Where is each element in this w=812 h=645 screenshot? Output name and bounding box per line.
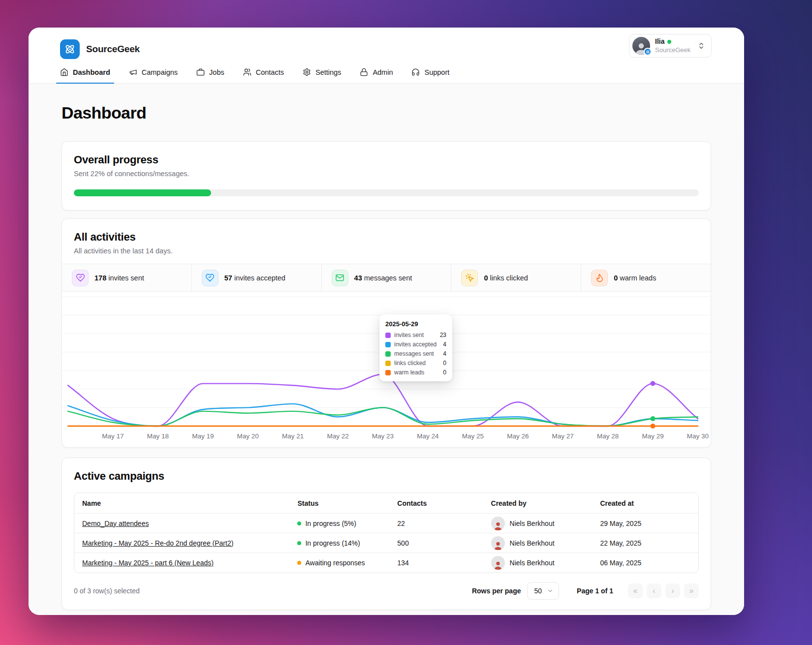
- tooltip-row: warm leads0: [385, 369, 446, 376]
- series-label: invites sent: [394, 332, 424, 338]
- svg-text:May 17: May 17: [102, 432, 124, 440]
- user-menu[interactable]: Ilia SourceGeek: [629, 34, 712, 58]
- creator-avatar: [491, 517, 505, 530]
- status-text: Awaiting responses: [305, 559, 365, 567]
- tab-label: Dashboard: [73, 68, 110, 76]
- tooltip-date: 2025-05-29: [385, 320, 446, 328]
- series-label: warm leads: [394, 369, 424, 376]
- last-page-button[interactable]: »: [684, 584, 699, 598]
- first-page-button[interactable]: «: [628, 584, 643, 598]
- tooltip-row: messages sent4: [385, 350, 446, 357]
- user-avatar: [632, 37, 650, 55]
- prev-page-button[interactable]: ‹: [647, 584, 661, 598]
- status-text: In progress (5%): [305, 520, 356, 527]
- page-status: Page 1 of 1: [577, 587, 613, 595]
- pagination: « ‹ › »: [628, 584, 699, 598]
- rows-per-page-select[interactable]: 50: [527, 582, 560, 600]
- series-swatch: [385, 333, 391, 338]
- headset-icon: [411, 68, 420, 76]
- tab-jobs[interactable]: Jobs: [196, 68, 224, 83]
- campaign-link[interactable]: Demo_Day attendees: [82, 520, 149, 527]
- activity-stats-row: 178invites sent 57invites accepted 43mes…: [62, 264, 711, 292]
- contacts-count: 22: [389, 520, 483, 527]
- stat-value: 57: [224, 274, 232, 282]
- series-value: 0: [443, 369, 446, 376]
- stat-label: links clicked: [490, 274, 528, 282]
- pointer-click-icon: [461, 270, 478, 286]
- chevrons-up-down-icon: [697, 42, 705, 50]
- series-value: 4: [443, 341, 446, 348]
- tab-campaigns[interactable]: Campaigns: [129, 68, 178, 83]
- creator-avatar: [491, 556, 505, 570]
- svg-text:May 23: May 23: [372, 432, 394, 440]
- stat-invites-sent: 178invites sent: [62, 264, 192, 291]
- tab-settings[interactable]: Settings: [303, 68, 341, 83]
- gear-icon: [303, 68, 311, 76]
- column-header-created-by: Created by: [483, 499, 593, 507]
- tooltip-row: links clicked0: [385, 360, 446, 367]
- series-swatch: [385, 370, 391, 375]
- mail-check-icon: [332, 270, 348, 286]
- svg-text:May 22: May 22: [327, 432, 348, 440]
- tab-contacts[interactable]: Contacts: [243, 68, 284, 83]
- page-title: Dashboard: [62, 103, 711, 123]
- svg-text:May 28: May 28: [597, 432, 619, 440]
- invite-heart-icon: [72, 270, 89, 286]
- campaign-link[interactable]: Marketing - May 2025 - Re-do 2nd degree …: [82, 539, 233, 547]
- table-row[interactable]: Marketing - May 2025 - part 6 (New Leads…: [74, 553, 698, 573]
- tab-label: Support: [424, 68, 449, 76]
- all-activities-card: All activities All activities in the las…: [62, 218, 711, 448]
- series-swatch: [385, 351, 391, 357]
- tab-label: Admin: [373, 68, 393, 76]
- stat-warm-leads: 0warm leads: [581, 264, 711, 291]
- series-value: 23: [440, 332, 446, 338]
- table-row[interactable]: Marketing - May 2025 - Re-do 2nd degree …: [74, 533, 698, 553]
- series-label: messages sent: [394, 350, 434, 357]
- tab-support[interactable]: Support: [411, 68, 449, 83]
- column-header-created-at: Created at: [592, 499, 698, 507]
- brand: SourceGeek: [60, 36, 713, 62]
- online-status-dot: [667, 40, 671, 44]
- main-nav: Dashboard Campaigns Jobs Contacts Settin…: [60, 68, 713, 83]
- contacts-count: 134: [389, 559, 483, 567]
- status-text: In progress (14%): [305, 539, 360, 547]
- series-label: links clicked: [394, 360, 426, 367]
- stat-label: warm leads: [620, 274, 656, 282]
- user-name: Ilia: [655, 37, 664, 45]
- invite-accepted-heart-icon: [202, 270, 219, 286]
- stat-label: messages sent: [364, 274, 412, 282]
- lock-icon: [360, 68, 368, 76]
- active-campaigns-card: Active campaigns Name Status Contacts Cr…: [62, 458, 711, 610]
- tab-admin[interactable]: Admin: [360, 68, 393, 83]
- stat-links-clicked: 0links clicked: [451, 264, 581, 291]
- stat-value: 43: [354, 274, 362, 282]
- stat-value: 0: [484, 274, 488, 282]
- tab-dashboard[interactable]: Dashboard: [60, 68, 110, 83]
- svg-text:May 27: May 27: [552, 432, 574, 440]
- status-dot: [297, 561, 301, 565]
- stat-invites-accepted: 57invites accepted: [192, 264, 322, 291]
- svg-text:May 26: May 26: [507, 432, 529, 440]
- org-badge-icon: [644, 48, 652, 56]
- created-at: 22 May, 2025: [592, 539, 698, 547]
- chevron-down-icon: [547, 587, 554, 594]
- svg-text:May 20: May 20: [237, 432, 259, 440]
- tab-label: Settings: [315, 68, 341, 76]
- status-dot: [297, 541, 301, 545]
- tooltip-row: invites sent23: [385, 332, 446, 338]
- megaphone-icon: [129, 68, 137, 76]
- svg-text:May 25: May 25: [462, 432, 484, 440]
- home-icon: [60, 68, 68, 76]
- table-row[interactable]: Demo_Day attendees In progress (5%) 22 N…: [74, 514, 698, 533]
- app-header: SourceGeek Ilia: [29, 28, 744, 84]
- campaign-link[interactable]: Marketing - May 2025 - part 6 (New Leads…: [82, 559, 214, 567]
- next-page-button[interactable]: ›: [665, 584, 680, 598]
- briefcase-icon: [196, 68, 205, 76]
- stat-value: 178: [94, 274, 106, 282]
- activities-chart-area[interactable]: May 17May 18May 19May 20May 21May 22May …: [62, 292, 711, 447]
- rows-selected-note: 0 of 3 row(s) selected: [74, 587, 472, 595]
- progress-fill: [74, 189, 211, 196]
- stat-label: invites sent: [108, 274, 144, 282]
- activities-title: All activities: [74, 231, 699, 244]
- creator-avatar: [491, 536, 505, 550]
